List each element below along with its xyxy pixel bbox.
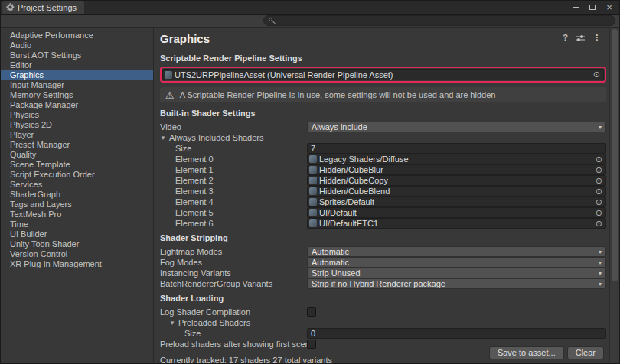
minimize-icon — [573, 7, 579, 8]
log-shader-compilation-checkbox[interactable] — [307, 307, 316, 317]
shader-name: Legacy Shaders/Diffuse — [319, 154, 409, 164]
sidebar-item[interactable]: Version Control — [1, 249, 153, 259]
settings-sidebar: Adaptive Performance Audio Burst AOT Set… — [1, 28, 154, 363]
shader-object-field[interactable]: Hidden/CubeCopy ⊙ — [307, 175, 606, 186]
preloaded-size-input[interactable]: 0 — [307, 328, 606, 339]
sidebar-item[interactable]: Script Execution Order — [1, 170, 153, 180]
srp-asset-field[interactable]: UTS2URPPipelineAsset (Universal Render P… — [162, 69, 604, 80]
sidebar-item[interactable]: UI Builder — [1, 229, 153, 239]
shader-icon — [309, 198, 317, 206]
stripping-dropdown[interactable]: Automatic ▾ — [307, 257, 606, 268]
search-input[interactable] — [279, 16, 610, 25]
scrollbar-thumb[interactable] — [612, 29, 618, 281]
always-included-size-row: Size 7 — [160, 143, 606, 154]
srp-settings-header: Scriptable Render Pipeline Settings — [160, 54, 606, 63]
stripping-label: Lightmap Modes — [160, 247, 307, 256]
object-picker-icon[interactable]: ⊙ — [594, 177, 604, 185]
sidebar-item[interactable]: Adaptive Performance — [1, 31, 153, 41]
shader-object-field[interactable]: UI/DefaultETC1 ⊙ — [307, 218, 606, 229]
stripping-dropdown[interactable]: Automatic ▾ — [307, 246, 606, 257]
shader-stripping-rows: Lightmap Modes Automatic ▾ Fog Modes — [160, 246, 606, 289]
sidebar-item[interactable]: Memory Settings — [1, 90, 153, 100]
preloaded-shaders-foldout[interactable]: ▼ Preloaded Shaders — [160, 317, 606, 328]
pipeline-asset-icon — [165, 71, 172, 79]
object-picker-icon[interactable]: ⊙ — [594, 209, 604, 217]
shader-icon — [309, 187, 317, 195]
sidebar-item[interactable]: Services — [1, 180, 153, 190]
sidebar-item[interactable]: Scene Template — [1, 160, 153, 170]
foldout-arrow-icon: ▼ — [169, 320, 175, 327]
shader-element-row: Element 5 UI/Default ⊙ — [160, 207, 606, 218]
sidebar-item[interactable]: Unity Toon Shader — [1, 239, 153, 249]
preloaded-shaders-label: Preloaded Shaders — [178, 318, 250, 327]
video-dropdown[interactable]: Always include ▾ — [307, 122, 606, 132]
dropdown-arrow-icon: ▾ — [596, 270, 602, 277]
dropdown-arrow-icon: ▾ — [596, 259, 602, 266]
object-picker-icon[interactable]: ⊙ — [594, 166, 604, 174]
always-included-foldout[interactable]: ▼ Always Included Shaders — [160, 132, 606, 143]
sidebar-item[interactable]: XR Plug-in Management — [1, 259, 153, 269]
shader-object-field[interactable]: Hidden/CubeBlur ⊙ — [307, 164, 606, 175]
sidebar-item[interactable]: Preset Manager — [1, 140, 153, 150]
sidebar-item[interactable]: Player — [1, 130, 153, 140]
clear-button[interactable]: Clear — [567, 346, 604, 359]
srp-info-box: ⚠ A Scriptable Render Pipeline is in use… — [160, 87, 606, 102]
element-label: Element 1 — [160, 165, 307, 174]
close-button[interactable]: × — [605, 3, 613, 12]
minimize-button[interactable] — [572, 3, 579, 12]
save-to-asset-button[interactable]: Save to asset... — [489, 346, 564, 359]
sidebar-item[interactable]: Time — [1, 219, 153, 229]
vertical-scrollbar[interactable] — [609, 28, 619, 363]
sidebar-item[interactable]: Input Manager — [1, 80, 153, 90]
sidebar-item[interactable]: Quality — [1, 150, 153, 160]
help-icon[interactable]: ? — [563, 34, 568, 42]
object-picker-icon[interactable]: ⊙ — [594, 155, 604, 164]
sidebar-item[interactable]: Audio — [1, 41, 153, 50]
sidebar-item[interactable]: ShaderGraph — [1, 190, 153, 200]
size-label: Size — [160, 144, 307, 153]
preloaded-size-row: Size 0 — [160, 328, 606, 339]
shader-object-field[interactable]: Legacy Shaders/Diffuse ⊙ — [307, 154, 606, 164]
sidebar-item[interactable]: TextMesh Pro — [1, 210, 153, 219]
shader-name: Hidden/CubeCopy — [319, 176, 388, 185]
titlebar: Project Settings × — [1, 1, 619, 15]
always-included-label: Always Included Shaders — [169, 133, 264, 142]
object-picker-icon[interactable]: ⊙ — [594, 219, 604, 228]
project-settings-tab[interactable]: Project Settings — [2, 1, 84, 14]
sidebar-item[interactable]: Physics — [1, 110, 153, 120]
video-dropdown-value: Always include — [312, 122, 367, 132]
object-picker-icon[interactable]: ⊙ — [594, 198, 604, 206]
panel-header-icons: ? ⋮ — [563, 34, 601, 42]
element-label: Element 0 — [160, 154, 307, 164]
footer-buttons: Save to asset... Clear — [489, 346, 604, 359]
search-box[interactable] — [263, 15, 615, 26]
maximize-button[interactable] — [589, 3, 596, 12]
stripping-label: Instancing Variants — [160, 268, 307, 278]
sidebar-item[interactable]: Tags and Layers — [1, 200, 153, 210]
shader-object-field[interactable]: UI/Default ⊙ — [307, 207, 606, 218]
shader-name: Hidden/CubeBlur — [319, 165, 383, 174]
stripping-dropdown[interactable]: Strip if no Hybrid Renderer package ▾ — [307, 278, 606, 289]
stripping-label: Fog Modes — [160, 258, 307, 267]
sidebar-item[interactable]: Physics 2D — [1, 120, 153, 130]
sidebar-item[interactable]: Editor — [1, 60, 153, 70]
shader-name: Hidden/CubeBlend — [319, 187, 390, 196]
shader-object-field[interactable]: Sprites/Default ⊙ — [307, 197, 606, 207]
sidebar-item[interactable]: Graphics — [1, 70, 153, 80]
always-included-size-input[interactable]: 7 — [307, 143, 606, 154]
sidebar-item[interactable]: Package Manager — [1, 100, 153, 110]
stripping-dropdown[interactable]: Strip Unused ▾ — [307, 268, 606, 278]
object-picker-icon[interactable]: ⊙ — [594, 187, 604, 196]
presets-icon[interactable] — [576, 34, 585, 42]
preload-after-first-scene-checkbox[interactable] — [307, 340, 316, 349]
page-title: Graphics — [160, 32, 606, 46]
video-row: Video Always include ▾ — [160, 122, 606, 132]
kebab-menu-icon[interactable]: ⋮ — [592, 34, 601, 42]
shader-element-row: Element 0 Legacy Shaders/Diffuse ⊙ — [160, 154, 606, 164]
shader-object-field[interactable]: Hidden/CubeBlend ⊙ — [307, 186, 606, 197]
object-picker-icon[interactable]: ⊙ — [592, 70, 602, 79]
stripping-label: BatchRendererGroup Variants — [160, 279, 307, 288]
shader-loading-header: Shader Loading — [160, 294, 606, 304]
shader-stripping-row: BatchRendererGroup Variants Strip if no … — [160, 278, 606, 289]
sidebar-item[interactable]: Burst AOT Settings — [1, 50, 153, 60]
